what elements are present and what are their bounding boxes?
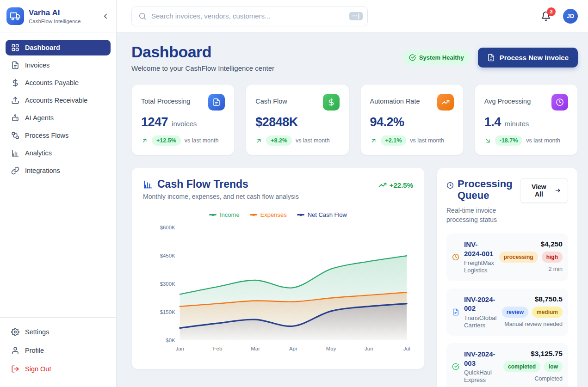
stat-card-automation-rate: Automation Rate 94.2% +2.1% vs last mont… — [360, 84, 464, 155]
legend-marker — [297, 214, 304, 215]
brand-logo — [6, 7, 24, 25]
brand: Varha AI CashFlow Intelligence — [0, 0, 116, 32]
check-circle-icon — [409, 54, 416, 61]
chart-trend-value: +22.5% — [390, 181, 413, 189]
legend-marker — [250, 214, 257, 215]
sidebar-item-sign-out[interactable]: Sign Out — [6, 361, 111, 377]
gear-icon — [11, 328, 19, 336]
queue-title: Processing Queue — [458, 178, 520, 202]
view-all-button[interactable]: View All — [520, 178, 568, 203]
queue-item-status-area — [452, 253, 459, 261]
invoice-icon — [452, 308, 459, 316]
legend-label: Net Cash Flow — [308, 211, 347, 218]
notification-count-badge: 3 — [547, 7, 556, 16]
y-tick-label: $300K — [160, 281, 175, 287]
legend-item-net-cash-flow[interactable]: Net Cash Flow — [297, 211, 347, 218]
sidebar-item-profile[interactable]: Profile — [6, 343, 111, 358]
trending-up-icon — [378, 181, 387, 189]
x-tick-label: Jun — [365, 346, 373, 351]
truck-icon — [10, 11, 20, 21]
legend-label: Expenses — [260, 211, 287, 218]
stat-value: 1.4 — [484, 115, 501, 129]
queue-item-inv-2024-002[interactable]: INV-2024-002 TransGlobal Carriers $8,750… — [446, 289, 568, 336]
search-icon — [138, 12, 147, 20]
queue-item-inv-2024-001[interactable]: INV-2024-001 FreightMax Logistics $4,250… — [446, 233, 568, 281]
legend-item-income[interactable]: Income — [209, 211, 240, 218]
brand-name: Varha AI — [29, 8, 81, 18]
clock-icon — [556, 98, 564, 106]
invoice-id: INV-2024-003 — [464, 350, 499, 368]
sidebar-collapse-button[interactable] — [101, 12, 110, 20]
sidebar-item-label: Integrations — [25, 167, 60, 174]
queue-item-status-area — [452, 308, 459, 316]
sidebar-item-label: Settings — [25, 328, 49, 336]
priority-badge: high — [542, 252, 563, 263]
logout-icon — [11, 365, 19, 373]
stat-note: vs last month — [526, 137, 560, 144]
priority-badge: medium — [532, 307, 563, 318]
invoice-note: Completed — [535, 375, 563, 382]
search-input[interactable] — [151, 12, 345, 20]
invoice-note: Manual review needed — [504, 321, 563, 327]
page-subtitle: Welcome to your CashFlow Intelligence ce… — [131, 64, 274, 72]
flow-icon — [11, 131, 19, 140]
invoice-vendor: TransGlobal Carriers — [464, 314, 497, 330]
sidebar-item-label: Profile — [25, 347, 44, 354]
status-badge: processing — [499, 252, 538, 263]
queue-item-status-area — [452, 363, 459, 370]
stat-icon-box — [323, 94, 340, 111]
legend-label: Income — [220, 211, 240, 218]
notifications-button[interactable]: 3 — [541, 11, 551, 21]
sidebar-item-process-flows[interactable]: Process Flows — [6, 128, 111, 143]
process-new-invoice-button[interactable]: Process New Invoice — [478, 48, 578, 68]
main-content: Dashboard Welcome to your CashFlow Intel… — [117, 0, 588, 387]
sidebar-item-ai-agents[interactable]: AI Agents — [6, 110, 111, 126]
x-tick-label: Jan — [175, 346, 184, 351]
bar-chart-icon — [11, 149, 19, 157]
y-tick-label: $450K — [160, 253, 175, 258]
keyboard-shortcut-hint: ⋯| — [349, 12, 363, 20]
sidebar-item-label: Invoices — [25, 61, 50, 69]
chart-subtitle: Monthly income, expenses, and net cash f… — [143, 193, 299, 200]
chart-legend: Income Expenses Net Cash Flow — [143, 211, 413, 218]
sidebar-item-dashboard[interactable]: Dashboard — [6, 40, 111, 55]
trend-icon — [441, 98, 450, 106]
sidebar-item-analytics[interactable]: Analytics — [6, 145, 111, 161]
clock-icon — [452, 253, 459, 261]
stat-label: Avg Processing — [484, 94, 531, 105]
x-tick-label: May — [326, 346, 336, 351]
queue-list: INV-2024-001 FreightMax Logistics $4,250… — [446, 233, 568, 387]
chart-header: Cash Flow Trends Monthly income, expense… — [143, 178, 413, 200]
sidebar-item-invoices[interactable]: Invoices — [6, 57, 111, 73]
legend-item-expenses[interactable]: Expenses — [250, 211, 287, 218]
sidebar: Varha AI CashFlow Intelligence Dashboard… — [0, 0, 117, 387]
sidebar-item-accounts-receivable[interactable]: Accounts Receivable — [6, 92, 111, 108]
processing-queue-card: Processing Queue View All Real-time invo… — [437, 167, 578, 387]
person-icon — [11, 346, 19, 355]
search-box[interactable]: ⋯| — [131, 6, 368, 26]
sidebar-item-settings[interactable]: Settings — [6, 324, 111, 340]
system-status-label: System Healthy — [419, 54, 464, 61]
y-tick-label: $150K — [160, 309, 175, 315]
page-header-actions: System Healthy Process New Invoice — [402, 48, 578, 68]
arrow-up-right-icon — [255, 137, 262, 144]
topbar: ⋯| 3 JD — [117, 0, 588, 32]
stat-label: Total Processing — [141, 94, 190, 105]
upload-icon — [11, 96, 19, 104]
user-avatar[interactable]: JD — [563, 9, 578, 24]
system-status-badge: System Healthy — [402, 50, 470, 65]
status-badge: review — [502, 307, 528, 318]
legend-marker — [209, 214, 217, 215]
x-tick-label: Jul — [403, 346, 410, 351]
stat-change-badge: +12.5% — [152, 135, 181, 146]
invoice-vendor: QuickHaul Express — [464, 369, 499, 384]
stat-value: 1247 — [141, 115, 168, 129]
queue-item-inv-2024-003[interactable]: INV-2024-003 QuickHaul Express $3,125.75… — [446, 343, 568, 387]
invoice-id: INV-2024-002 — [464, 295, 497, 313]
queue-header: Processing Queue View All — [446, 178, 568, 203]
sidebar-item-integrations[interactable]: Integrations — [6, 163, 111, 178]
invoice-icon — [212, 98, 221, 106]
chart-header-text: Cash Flow Trends Monthly income, expense… — [143, 178, 299, 200]
stat-label: Automation Rate — [370, 94, 420, 105]
sidebar-item-accounts-payable[interactable]: Accounts Payable — [6, 75, 111, 91]
